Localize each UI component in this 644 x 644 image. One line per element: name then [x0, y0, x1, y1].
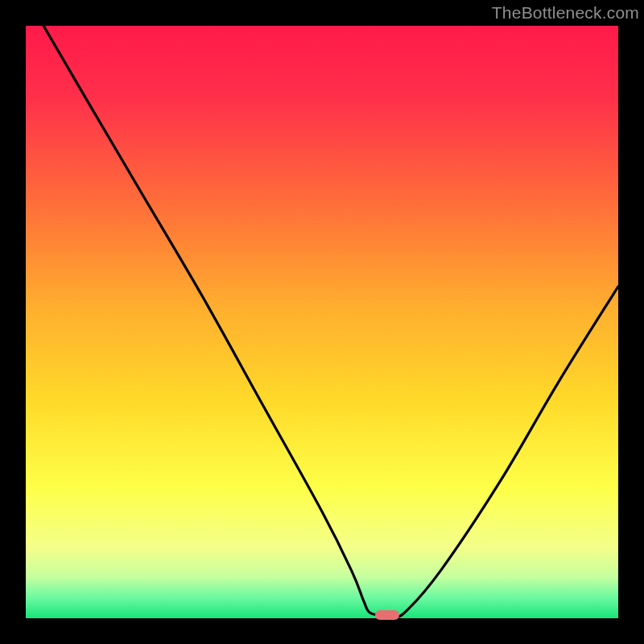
chart-frame: TheBottleneck.com	[0, 0, 644, 644]
bottleneck-curve	[26, 26, 618, 618]
plot-area	[26, 26, 618, 618]
optimal-marker	[375, 610, 399, 620]
watermark-text: TheBottleneck.com	[492, 3, 639, 23]
